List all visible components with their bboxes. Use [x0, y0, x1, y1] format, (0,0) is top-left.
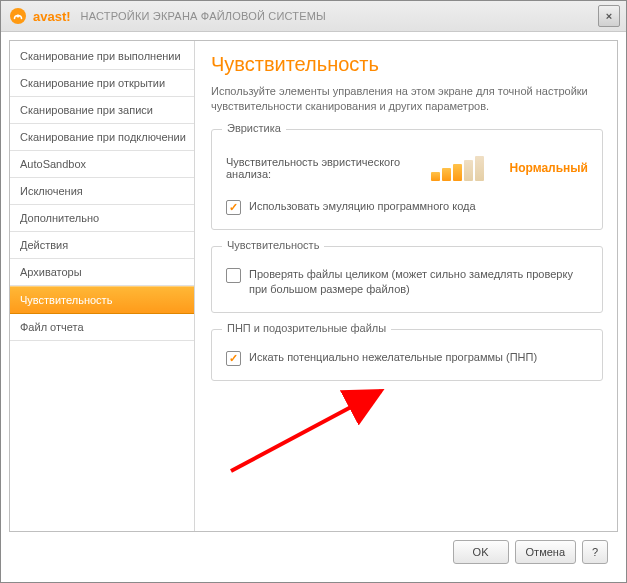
group-pup: ПНП и подозрительные файлы Искать потенц… [211, 329, 603, 381]
brand-text: avast [33, 9, 66, 24]
sidebar-item-2[interactable]: Сканирование при записи [10, 97, 194, 124]
annotation-arrow-icon [211, 371, 411, 481]
main-panel: Чувствительность Используйте элементы уп… [195, 41, 617, 531]
cancel-button[interactable]: Отмена [515, 540, 576, 564]
sidebar-item-6[interactable]: Дополнительно [10, 205, 194, 232]
page-title: Чувствительность [211, 53, 603, 76]
group-heuristics-legend: Эвристика [222, 122, 286, 134]
content-frame: Сканирование при выполненииСканирование … [9, 40, 618, 532]
sidebar-item-4[interactable]: AutoSandbox [10, 151, 194, 178]
heur-level-label: Чувствительность эвристического анализа: [226, 156, 409, 180]
sidebar-item-8[interactable]: Архиваторы [10, 259, 194, 286]
body: Сканирование при выполненииСканирование … [1, 32, 626, 582]
checkbox-scan-whole-file-label: Проверять файлы целиком (может сильно за… [249, 267, 588, 298]
group-pup-legend: ПНП и подозрительные файлы [222, 322, 391, 334]
heur-level-bars-icon[interactable] [431, 156, 484, 181]
sidebar-item-5[interactable]: Исключения [10, 178, 194, 205]
sidebar-item-7[interactable]: Действия [10, 232, 194, 259]
heur-level-value: Нормальный [510, 161, 588, 175]
footer: OK Отмена ? [9, 532, 618, 574]
avast-logo-icon [9, 7, 27, 25]
ok-button[interactable]: OK [453, 540, 509, 564]
sidebar-item-0[interactable]: Сканирование при выполнении [10, 43, 194, 70]
help-button[interactable]: ? [582, 540, 608, 564]
sidebar-item-9[interactable]: Чувствительность [10, 286, 194, 314]
group-sensitivity-legend: Чувствительность [222, 239, 324, 251]
page-description: Используйте элементы управления на этом … [211, 84, 603, 115]
checkbox-scan-pup[interactable] [226, 351, 241, 366]
checkbox-emulation[interactable] [226, 200, 241, 215]
svg-point-1 [16, 14, 19, 17]
brand-bang: ! [66, 9, 70, 24]
checkbox-emulation-label: Использовать эмуляцию программного кода [249, 199, 476, 214]
svg-line-2 [231, 391, 381, 471]
group-heuristics: Эвристика Чувствительность эвристическог… [211, 129, 603, 230]
sidebar-item-3[interactable]: Сканирование при подключении [10, 124, 194, 151]
window-title: НАСТРОЙКИ ЭКРАНА ФАЙЛОВОЙ СИСТЕМЫ [81, 10, 326, 22]
settings-window: avast! НАСТРОЙКИ ЭКРАНА ФАЙЛОВОЙ СИСТЕМЫ… [0, 0, 627, 583]
sidebar: Сканирование при выполненииСканирование … [10, 41, 195, 531]
titlebar: avast! НАСТРОЙКИ ЭКРАНА ФАЙЛОВОЙ СИСТЕМЫ… [1, 1, 626, 32]
checkbox-scan-whole-file[interactable] [226, 268, 241, 283]
close-button[interactable]: × [598, 5, 620, 27]
checkbox-scan-pup-label: Искать потенциально нежелательные програ… [249, 350, 537, 365]
sidebar-item-10[interactable]: Файл отчета [10, 314, 194, 341]
sidebar-item-1[interactable]: Сканирование при открытии [10, 70, 194, 97]
group-sensitivity: Чувствительность Проверять файлы целиком… [211, 246, 603, 313]
